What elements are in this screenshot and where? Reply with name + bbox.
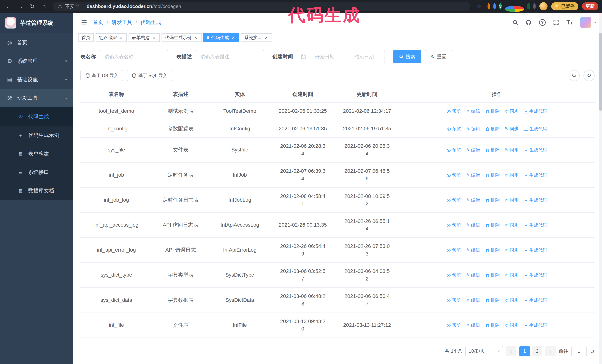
action-link[interactable]: ✎ 编辑 <box>466 197 480 203</box>
fullscreen-icon[interactable] <box>553 20 559 25</box>
reload-icon[interactable]: ↻ <box>27 1 37 11</box>
collapse-menu-icon[interactable] <box>79 17 89 28</box>
action-link[interactable]: ↻ 同步 <box>505 147 519 153</box>
action-link[interactable]: ✎ 编辑 <box>466 297 480 303</box>
action-link[interactable]: 预览 <box>447 108 461 114</box>
extension-icon[interactable] <box>505 6 524 12</box>
action-link[interactable]: ✎ 编辑 <box>466 108 480 114</box>
action-link[interactable]: 生成代码 <box>524 322 547 329</box>
action-link[interactable]: 预览 <box>447 272 461 279</box>
sidebar-subitem[interactable]: ▦ 数据库文档 <box>0 181 73 200</box>
action-link[interactable]: 预览 <box>447 322 461 329</box>
action-link[interactable]: 删除 <box>485 222 500 229</box>
extension-icon[interactable]: V <box>499 3 502 10</box>
action-link[interactable]: ✎ 编辑 <box>466 272 480 279</box>
sidebar-subitem[interactable]: ≣ 系统接口 <box>0 163 73 181</box>
back-icon[interactable]: ← <box>4 1 13 11</box>
action-link[interactable]: ✎ 编辑 <box>466 125 480 132</box>
browser-profile-avatar[interactable] <box>539 2 548 10</box>
sidebar-item[interactable]: ⚒ 研发工具 ▴ <box>0 89 73 107</box>
home-icon[interactable]: ⌂ <box>39 1 49 11</box>
action-link[interactable]: ↻ 同步 <box>505 172 519 178</box>
action-link[interactable]: 预览 <box>447 126 461 132</box>
search-button[interactable]: 搜索 <box>393 50 421 63</box>
forward-icon[interactable]: → <box>16 1 25 11</box>
action-link[interactable]: ↻ 同步 <box>505 125 519 132</box>
sidebar-item[interactable]: ▤ 基础设施 ▾ <box>0 70 73 89</box>
action-link[interactable]: 预览 <box>447 222 461 229</box>
start-date-placeholder[interactable]: 开始日期 <box>308 53 342 60</box>
help-icon[interactable]: ? <box>539 19 546 26</box>
action-link[interactable]: 预览 <box>447 197 461 203</box>
action-link[interactable]: ✎ 编辑 <box>466 222 480 229</box>
prev-page-button[interactable]: ‹ <box>506 346 516 356</box>
view-tab[interactable]: 表单构建 × <box>129 33 160 42</box>
tab-close-icon[interactable]: × <box>264 35 269 40</box>
action-link[interactable]: 删除 <box>485 147 500 153</box>
action-link[interactable]: 预览 <box>447 247 461 253</box>
extension-icon[interactable] <box>533 3 536 10</box>
breadcrumb-item[interactable]: 首页 <box>93 19 103 26</box>
import-db-button[interactable]: 基于 DB 导入 <box>80 70 123 81</box>
next-page-button[interactable]: › <box>545 346 556 356</box>
search-icon[interactable] <box>512 20 518 25</box>
goto-page-input[interactable] <box>571 346 587 356</box>
sidebar-subitem[interactable]: </> 代码生成 <box>0 107 73 126</box>
bookmark-star-icon[interactable]: ☆ <box>474 1 484 11</box>
github-icon[interactable] <box>526 20 532 25</box>
action-link[interactable]: 生成代码 <box>524 147 547 153</box>
sidebar-subitem[interactable]: ▦ 表单构建 <box>0 145 73 163</box>
action-link[interactable]: 生成代码 <box>524 197 547 203</box>
action-link[interactable]: 删除 <box>485 297 500 304</box>
action-link[interactable]: 删除 <box>485 247 500 253</box>
action-link[interactable]: 生成代码 <box>524 222 547 229</box>
action-link[interactable]: 预览 <box>447 147 461 153</box>
table-name-input[interactable] <box>100 50 168 63</box>
action-link[interactable]: ↻ 同步 <box>505 197 519 203</box>
tab-close-icon[interactable]: × <box>231 35 236 40</box>
address-bar[interactable]: ⚠ 不安全 | dashboard.yudao.iocoder.cn/tool/… <box>53 2 471 11</box>
paused-badge[interactable]: 已暂停 <box>551 2 578 10</box>
sidebar-subitem[interactable]: ◈ 代码生成示例 <box>0 126 73 145</box>
extension-icon[interactable] <box>493 3 496 10</box>
app-logo[interactable]: 芋道管理系统 <box>0 13 73 33</box>
avatar-caret-icon[interactable]: ▾ <box>594 21 596 24</box>
action-link[interactable]: 生成代码 <box>524 172 547 178</box>
view-tab[interactable]: 代码生成示例 × <box>161 33 202 42</box>
action-link[interactable]: 生成代码 <box>524 247 547 253</box>
update-button[interactable]: 更新 <box>582 2 598 10</box>
tab-close-icon[interactable]: × <box>118 35 123 40</box>
end-date-placeholder[interactable]: 结束日期 <box>347 53 381 60</box>
action-link[interactable]: 删除 <box>485 322 500 329</box>
action-link[interactable]: ↻ 同步 <box>505 222 519 229</box>
scrollbar-track[interactable] <box>599 13 602 364</box>
tab-close-icon[interactable]: × <box>194 35 198 40</box>
action-link[interactable]: 生成代码 <box>524 297 547 304</box>
extension-icon[interactable] <box>487 3 490 10</box>
action-link[interactable]: 删除 <box>485 108 500 114</box>
page-number-button[interactable]: 2 <box>532 346 542 356</box>
action-link[interactable]: ↻ 同步 <box>505 322 519 328</box>
action-link[interactable]: 生成代码 <box>524 126 547 132</box>
breadcrumb-item[interactable]: 代码生成 <box>140 19 161 26</box>
action-link[interactable]: ✎ 编辑 <box>466 147 480 153</box>
page-size-select[interactable]: 10条/页 ▾ <box>465 346 503 356</box>
toggle-search-button[interactable] <box>569 70 580 81</box>
action-link[interactable]: 生成代码 <box>524 108 547 114</box>
view-tab[interactable]: 系统接口 × <box>241 33 272 42</box>
sidebar-item[interactable]: ⚙ 系统管理 ▾ <box>0 52 73 70</box>
action-link[interactable]: ↻ 同步 <box>505 108 519 114</box>
view-tab[interactable]: 链路追踪 × <box>96 33 127 42</box>
action-link[interactable]: 删除 <box>485 272 500 279</box>
action-link[interactable]: 删除 <box>485 126 500 132</box>
action-link[interactable]: 删除 <box>485 197 500 203</box>
table-desc-input[interactable] <box>196 50 264 63</box>
date-range-picker[interactable]: 开始日期 - 结束日期 <box>297 50 385 63</box>
action-link[interactable]: 预览 <box>447 172 461 178</box>
action-link[interactable]: ↻ 同步 <box>505 297 519 303</box>
breadcrumb-item[interactable]: 研发工具 <box>111 19 132 26</box>
action-link[interactable]: ↻ 同步 <box>505 247 519 253</box>
refresh-table-button[interactable]: ↻ <box>583 70 595 81</box>
extension-icon[interactable] <box>527 3 530 10</box>
action-link[interactable]: ✎ 编辑 <box>466 247 480 253</box>
